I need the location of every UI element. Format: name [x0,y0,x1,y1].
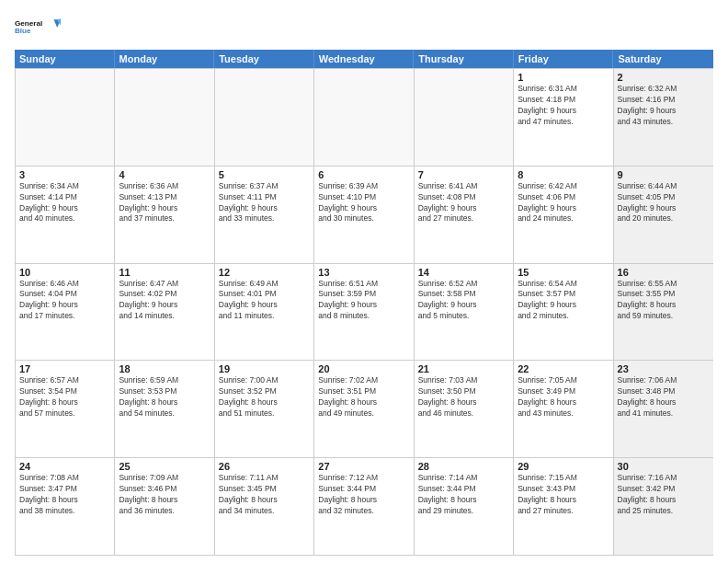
day-number: 27 [318,461,409,472]
week-row-5: 24Sunrise: 7:08 AMSunset: 3:47 PMDayligh… [16,457,713,555]
svg-text:General: General [15,19,42,28]
calendar-header: SundayMondayTuesdayWednesdayThursdayFrid… [15,50,713,68]
week-row-1: 1Sunrise: 6:31 AMSunset: 4:18 PMDaylight… [16,68,713,166]
logo: General Blue [15,11,61,44]
day-number: 16 [618,267,710,278]
empty-cell [314,69,414,166]
logo-svg: General Blue [15,11,61,44]
day-cell-20: 20Sunrise: 7:02 AMSunset: 3:51 PMDayligh… [314,361,414,457]
day-cell-25: 25Sunrise: 7:09 AMSunset: 3:46 PMDayligh… [115,458,214,555]
day-number: 13 [318,267,409,278]
day-number: 14 [418,267,509,278]
day-number: 15 [518,267,609,278]
day-info: Sunrise: 6:41 AMSunset: 4:08 PMDaylight:… [418,181,509,225]
day-cell-26: 26Sunrise: 7:11 AMSunset: 3:45 PMDayligh… [215,458,314,555]
day-info: Sunrise: 7:02 AMSunset: 3:51 PMDaylight:… [318,375,409,419]
day-cell-24: 24Sunrise: 7:08 AMSunset: 3:47 PMDayligh… [16,458,115,555]
day-cell-12: 12Sunrise: 6:49 AMSunset: 4:01 PMDayligh… [215,264,314,361]
day-info: Sunrise: 6:54 AMSunset: 3:57 PMDaylight:… [518,279,609,323]
empty-cell [215,69,314,166]
day-cell-9: 9Sunrise: 6:44 AMSunset: 4:05 PMDaylight… [614,167,713,263]
day-cell-1: 1Sunrise: 6:31 AMSunset: 4:18 PMDaylight… [514,69,613,166]
day-info: Sunrise: 7:06 AMSunset: 3:48 PMDaylight:… [618,375,710,419]
day-info: Sunrise: 7:11 AMSunset: 3:45 PMDaylight:… [219,473,310,517]
day-info: Sunrise: 7:00 AMSunset: 3:52 PMDaylight:… [219,375,310,419]
day-info: Sunrise: 6:55 AMSunset: 3:55 PMDaylight:… [618,279,710,323]
day-info: Sunrise: 6:39 AMSunset: 4:10 PMDaylight:… [318,181,409,225]
day-cell-2: 2Sunrise: 6:32 AMSunset: 4:16 PMDaylight… [614,69,713,166]
day-info: Sunrise: 7:05 AMSunset: 3:49 PMDaylight:… [518,375,609,419]
day-number: 29 [518,461,609,472]
day-info: Sunrise: 6:42 AMSunset: 4:06 PMDaylight:… [518,181,609,225]
day-number: 3 [19,169,110,180]
day-info: Sunrise: 6:32 AMSunset: 4:16 PMDaylight:… [618,84,710,128]
day-info: Sunrise: 6:46 AMSunset: 4:04 PMDaylight:… [19,279,110,323]
day-info: Sunrise: 7:03 AMSunset: 3:50 PMDaylight:… [418,375,509,419]
header: General Blue [15,11,713,44]
calendar-body: 1Sunrise: 6:31 AMSunset: 4:18 PMDaylight… [15,68,713,556]
day-info: Sunrise: 6:47 AMSunset: 4:02 PMDaylight:… [119,279,210,323]
day-number: 5 [219,169,310,180]
day-number: 12 [219,267,310,278]
day-number: 8 [518,169,609,180]
day-info: Sunrise: 6:52 AMSunset: 3:58 PMDaylight:… [418,279,509,323]
day-info: Sunrise: 6:51 AMSunset: 3:59 PMDaylight:… [318,279,409,323]
day-cell-7: 7Sunrise: 6:41 AMSunset: 4:08 PMDaylight… [415,167,514,263]
day-info: Sunrise: 7:12 AMSunset: 3:44 PMDaylight:… [318,473,409,517]
day-info: Sunrise: 7:14 AMSunset: 3:44 PMDaylight:… [418,473,509,517]
day-number: 24 [19,461,110,472]
day-cell-4: 4Sunrise: 6:36 AMSunset: 4:13 PMDaylight… [115,167,214,263]
svg-text:Blue: Blue [15,27,31,35]
day-number: 17 [19,363,110,374]
day-header-sunday: Sunday [15,50,115,68]
day-info: Sunrise: 6:59 AMSunset: 3:53 PMDaylight:… [119,375,210,419]
calendar: SundayMondayTuesdayWednesdayThursdayFrid… [15,50,713,556]
day-number: 18 [119,363,210,374]
day-number: 23 [618,363,710,374]
day-info: Sunrise: 6:37 AMSunset: 4:11 PMDaylight:… [219,181,310,225]
day-number: 2 [618,72,710,83]
day-cell-13: 13Sunrise: 6:51 AMSunset: 3:59 PMDayligh… [314,264,414,361]
empty-cell [415,69,514,166]
day-number: 7 [418,169,509,180]
day-number: 4 [119,169,210,180]
day-info: Sunrise: 6:44 AMSunset: 4:05 PMDaylight:… [618,181,710,225]
day-cell-8: 8Sunrise: 6:42 AMSunset: 4:06 PMDaylight… [514,167,613,263]
day-cell-18: 18Sunrise: 6:59 AMSunset: 3:53 PMDayligh… [115,361,214,457]
day-number: 19 [219,363,310,374]
day-header-friday: Friday [514,50,614,68]
week-row-3: 10Sunrise: 6:46 AMSunset: 4:04 PMDayligh… [16,263,713,361]
day-cell-30: 30Sunrise: 7:16 AMSunset: 3:42 PMDayligh… [614,458,713,555]
day-cell-22: 22Sunrise: 7:05 AMSunset: 3:49 PMDayligh… [514,361,613,457]
page: General Blue SundayMondayTuesdayWednesda… [0,0,728,563]
day-info: Sunrise: 6:57 AMSunset: 3:54 PMDaylight:… [19,375,110,419]
day-header-monday: Monday [115,50,215,68]
day-number: 21 [418,363,509,374]
day-cell-27: 27Sunrise: 7:12 AMSunset: 3:44 PMDayligh… [314,458,414,555]
day-cell-10: 10Sunrise: 6:46 AMSunset: 4:04 PMDayligh… [16,264,115,361]
day-number: 9 [618,169,710,180]
day-header-saturday: Saturday [613,50,713,68]
day-cell-6: 6Sunrise: 6:39 AMSunset: 4:10 PMDaylight… [314,167,414,263]
day-cell-17: 17Sunrise: 6:57 AMSunset: 3:54 PMDayligh… [16,361,115,457]
day-number: 20 [318,363,409,374]
day-number: 22 [518,363,609,374]
day-cell-15: 15Sunrise: 6:54 AMSunset: 3:57 PMDayligh… [514,264,613,361]
day-number: 25 [119,461,210,472]
day-cell-5: 5Sunrise: 6:37 AMSunset: 4:11 PMDaylight… [215,167,314,263]
day-number: 28 [418,461,509,472]
day-info: Sunrise: 6:36 AMSunset: 4:13 PMDaylight:… [119,181,210,225]
empty-cell [16,69,115,166]
day-info: Sunrise: 7:16 AMSunset: 3:42 PMDaylight:… [618,473,710,517]
day-cell-19: 19Sunrise: 7:00 AMSunset: 3:52 PMDayligh… [215,361,314,457]
day-header-tuesday: Tuesday [214,50,314,68]
day-number: 26 [219,461,310,472]
day-info: Sunrise: 7:15 AMSunset: 3:43 PMDaylight:… [518,473,609,517]
day-header-wednesday: Wednesday [314,50,415,68]
day-cell-28: 28Sunrise: 7:14 AMSunset: 3:44 PMDayligh… [415,458,514,555]
day-cell-29: 29Sunrise: 7:15 AMSunset: 3:43 PMDayligh… [514,458,613,555]
day-cell-21: 21Sunrise: 7:03 AMSunset: 3:50 PMDayligh… [415,361,514,457]
day-info: Sunrise: 7:09 AMSunset: 3:46 PMDaylight:… [119,473,210,517]
day-number: 11 [119,267,210,278]
day-number: 6 [318,169,409,180]
